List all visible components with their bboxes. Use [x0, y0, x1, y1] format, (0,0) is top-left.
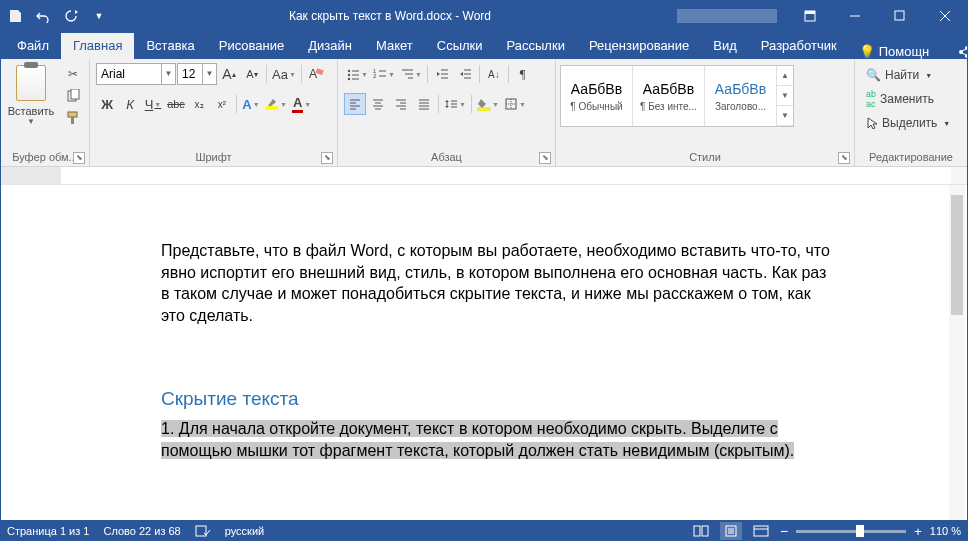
- justify-icon[interactable]: [413, 93, 435, 115]
- format-painter-icon[interactable]: [63, 108, 83, 128]
- font-launcher-icon[interactable]: ⬊: [321, 152, 333, 164]
- undo-icon[interactable]: [29, 1, 57, 31]
- styles-scroll-up-icon[interactable]: ▲: [777, 66, 793, 86]
- status-language[interactable]: русский: [225, 525, 264, 537]
- share-button[interactable]: [945, 45, 968, 59]
- tab-draw[interactable]: Рисование: [207, 33, 296, 59]
- align-right-icon[interactable]: [390, 93, 412, 115]
- styles-scroll-down-icon[interactable]: ▼: [777, 86, 793, 106]
- subscript-button[interactable]: x₂: [188, 93, 210, 115]
- chevron-down-icon[interactable]: ▼: [161, 64, 175, 84]
- document-page[interactable]: Представьте, что в файл Word, с которым …: [61, 185, 937, 520]
- qat-customize-icon[interactable]: ▼: [85, 1, 113, 31]
- text-effects-icon[interactable]: A▼: [240, 93, 262, 115]
- line-spacing-icon[interactable]: ▼: [442, 93, 468, 115]
- sort-icon[interactable]: A↓: [483, 63, 505, 85]
- bold-button[interactable]: Ж: [96, 93, 118, 115]
- tab-file[interactable]: Файл: [5, 33, 61, 59]
- align-left-icon[interactable]: [344, 93, 366, 115]
- zoom-slider-knob[interactable]: [856, 525, 864, 537]
- lightbulb-icon: 💡: [859, 44, 875, 59]
- svg-rect-62: [694, 526, 700, 536]
- change-case-icon[interactable]: Aa▼: [270, 63, 298, 85]
- font-size-input[interactable]: [178, 67, 202, 81]
- shading-icon[interactable]: ▼: [475, 93, 501, 115]
- tab-layout[interactable]: Макет: [364, 33, 425, 59]
- style-no-spacing[interactable]: АаБбВв ¶ Без инте...: [633, 66, 705, 126]
- font-size-combo[interactable]: ▼: [177, 63, 217, 85]
- copy-icon[interactable]: [63, 86, 83, 106]
- superscript-button[interactable]: x²: [211, 93, 233, 115]
- align-center-icon[interactable]: [367, 93, 389, 115]
- grow-font-icon[interactable]: A▴: [218, 63, 240, 85]
- share-icon: [957, 45, 968, 59]
- paragraph-launcher-icon[interactable]: ⬊: [539, 152, 551, 164]
- style-sample-text: АаБбВв: [643, 81, 694, 97]
- web-layout-icon[interactable]: [750, 522, 772, 540]
- numbering-icon[interactable]: 12▼: [371, 63, 397, 85]
- tell-me-label: Помощн: [879, 44, 930, 59]
- style-sample-text: АаБбВв: [571, 81, 622, 97]
- ribbon: Вставить ▼ ✂ Буфер обм... ⬊ ▼: [1, 59, 967, 167]
- chevron-down-icon[interactable]: ▼: [202, 64, 216, 84]
- ribbon-display-icon[interactable]: [787, 1, 832, 31]
- tell-me-search[interactable]: 💡 Помощн: [849, 44, 940, 59]
- cut-icon[interactable]: ✂: [63, 64, 83, 84]
- zoom-slider[interactable]: [796, 530, 906, 533]
- tab-insert[interactable]: Вставка: [134, 33, 206, 59]
- read-mode-icon[interactable]: [690, 522, 712, 540]
- print-layout-icon[interactable]: [720, 522, 742, 540]
- style-normal[interactable]: АаБбВв ¶ Обычный: [561, 66, 633, 126]
- show-marks-icon[interactable]: ¶: [512, 63, 534, 85]
- spellcheck-icon[interactable]: [195, 524, 211, 538]
- status-word-count[interactable]: Слово 22 из 68: [103, 525, 180, 537]
- tab-mailings[interactable]: Рассылки: [495, 33, 577, 59]
- horizontal-ruler[interactable]: [1, 167, 967, 185]
- maximize-icon[interactable]: [877, 1, 922, 31]
- zoom-level[interactable]: 110 %: [930, 525, 961, 537]
- clipboard-launcher-icon[interactable]: ⬊: [73, 152, 85, 164]
- styles-expand-icon[interactable]: ▼: [777, 106, 793, 126]
- borders-icon[interactable]: ▼: [502, 93, 528, 115]
- font-color-icon[interactable]: A▼: [290, 93, 313, 115]
- styles-launcher-icon[interactable]: ⬊: [838, 152, 850, 164]
- bullets-icon[interactable]: ▼: [344, 63, 370, 85]
- tab-review[interactable]: Рецензирование: [577, 33, 701, 59]
- document-paragraph[interactable]: Представьте, что в файл Word, с которым …: [161, 240, 837, 326]
- document-paragraph-selected[interactable]: 1. Для начала откройте документ, текст в…: [161, 418, 837, 461]
- minimize-icon[interactable]: [832, 1, 877, 31]
- style-name-label: ¶ Без инте...: [633, 101, 704, 112]
- increase-indent-icon[interactable]: [454, 63, 476, 85]
- svg-rect-14: [71, 117, 74, 124]
- font-name-combo[interactable]: ▼: [96, 63, 176, 85]
- italic-button[interactable]: К: [119, 93, 141, 115]
- font-name-input[interactable]: [97, 67, 161, 81]
- user-account[interactable]: [677, 9, 777, 23]
- zoom-out-icon[interactable]: −: [780, 523, 788, 539]
- zoom-in-icon[interactable]: +: [914, 524, 922, 539]
- vertical-scrollbar[interactable]: [949, 185, 965, 520]
- find-button[interactable]: 🔍 Найти▼: [863, 65, 953, 85]
- clear-formatting-icon[interactable]: A: [305, 63, 327, 85]
- status-page[interactable]: Страница 1 из 1: [7, 525, 89, 537]
- decrease-indent-icon[interactable]: [431, 63, 453, 85]
- shrink-font-icon[interactable]: A▾: [241, 63, 263, 85]
- scrollbar-thumb[interactable]: [951, 195, 963, 315]
- document-heading[interactable]: Скрытие текста: [161, 386, 837, 412]
- strikethrough-button[interactable]: abc: [165, 93, 187, 115]
- paste-button[interactable]: Вставить ▼: [3, 61, 59, 130]
- redo-icon[interactable]: [57, 1, 85, 31]
- save-icon[interactable]: [1, 1, 29, 31]
- replace-button[interactable]: abac Заменить: [863, 89, 953, 109]
- tab-design[interactable]: Дизайн: [296, 33, 364, 59]
- highlight-icon[interactable]: ▼: [263, 93, 289, 115]
- tab-view[interactable]: Вид: [701, 33, 749, 59]
- tab-home[interactable]: Главная: [61, 33, 134, 59]
- style-heading1[interactable]: АаБбВв Заголово...: [705, 66, 777, 126]
- tab-developer[interactable]: Разработчик: [749, 33, 849, 59]
- close-icon[interactable]: [922, 1, 967, 31]
- select-button[interactable]: Выделить▼: [863, 113, 953, 133]
- tab-references[interactable]: Ссылки: [425, 33, 495, 59]
- multilevel-list-icon[interactable]: ▼: [398, 63, 424, 85]
- underline-button[interactable]: Ч▼: [142, 93, 164, 115]
